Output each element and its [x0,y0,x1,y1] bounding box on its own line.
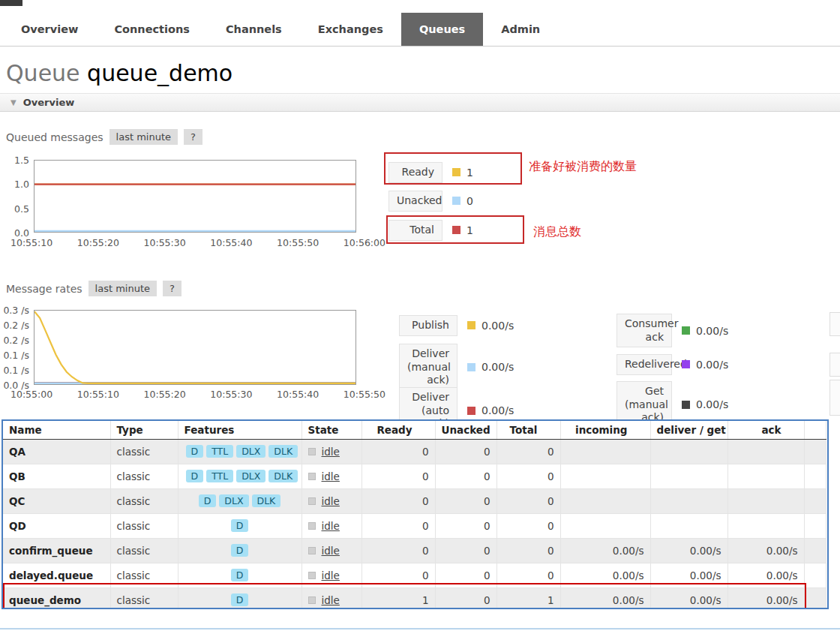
column-header[interactable]: Total [496,421,560,439]
message-rates-window-chip[interactable]: last minute [88,281,157,296]
tab-overview[interactable]: Overview [3,13,96,46]
queue-state: idle [302,538,362,563]
queue-name[interactable]: QC [3,488,110,513]
queued-messages-window-chip[interactable]: last minute [110,129,178,145]
y-tick-label: 0.3 /s [3,305,29,316]
queued-messages-chart [34,160,356,233]
message-rates-chart-lines [34,311,356,384]
queue-name[interactable]: QD [3,513,110,538]
tab-channels[interactable]: Channels [208,13,300,46]
queue-type: classic [110,439,178,464]
column-header[interactable]: ack [728,421,804,439]
state-indicator-icon [308,522,316,530]
rate-incoming: 0.00/s [560,538,650,563]
table-row[interactable]: QDclassicDidle000 [3,513,826,538]
legend-value: 0.00/s [696,359,728,371]
queue-type: classic [110,587,178,609]
feature-badge: TTL [206,445,233,458]
message-rates-help-icon[interactable]: ? [163,281,182,296]
queue-unacked: 0 [435,563,496,587]
state-text: idle [322,569,340,581]
state-text: idle [322,545,340,557]
feature-badge: D [186,445,204,458]
queue-ready: 0 [362,439,435,464]
queue-name[interactable]: QA [3,439,110,464]
column-header[interactable]: Unacked [435,421,496,439]
y-tick-label: 0.5 [14,203,29,214]
legend-value: 0.00/s [482,361,514,373]
legend-row: Publish0.00/s [399,315,514,336]
state-indicator-icon [308,547,316,554]
page-title-prefix: Queue [6,60,80,86]
legend-color-swatch-icon [452,168,460,176]
queue-type: classic [110,563,178,587]
queues-table: NameTypeFeaturesStateReadyUnackedTotalin… [3,421,826,609]
table-row[interactable]: delayed.queueclassicDidle0000.00/s0.00/s… [3,563,826,587]
queue-name[interactable]: delayed.queue [3,563,110,587]
legend-value: 0.00/s [482,320,514,332]
legend-color-swatch-icon [467,321,476,329]
queue-total: 0 [496,488,560,513]
table-row[interactable]: QBclassicDTTLDLXDLKidle000 [3,464,826,488]
tab-admin[interactable]: Admin [483,13,558,46]
queue-type: classic [110,538,178,563]
queue-name[interactable]: confirm_queue [3,538,110,563]
queue-features: DTTLDLXDLK [178,464,302,488]
rate-ack: 0.00/s [728,587,804,609]
queue-ready: 1 [362,587,435,609]
table-row[interactable]: queue_democlassicDidle1010.00/s0.00/s0.0… [3,587,826,609]
x-tick-label: 10:55:10 [77,389,119,400]
state-indicator-icon [308,497,316,505]
legend-color-swatch-icon [452,197,460,205]
tab-queues[interactable]: Queues [401,13,483,46]
feature-badge: DLX [236,445,266,458]
queue-name[interactable]: queue_demo [3,587,110,609]
y-tick-label: 0.2 /s [3,320,29,331]
queue-unacked: 0 [435,538,496,563]
queue-type: classic [110,464,178,488]
y-tick-label: 1.0 [14,179,29,190]
x-tick-label: 10:55:30 [144,237,186,248]
overview-section-header[interactable]: ▼ Overview [0,93,840,112]
feature-badge: D [231,519,249,532]
queued-messages-help-icon[interactable]: ? [184,129,202,145]
legend-row: Consumer ack0.00/s [616,314,728,347]
column-header[interactable]: Ready [362,421,435,439]
legend-value: 0 [466,195,473,207]
column-header[interactable]: deliver / get [650,421,728,439]
column-header[interactable]: incoming [560,421,650,439]
queue-state: idle [302,513,362,538]
x-tick-label: 10:55:00 [10,389,52,400]
column-header[interactable]: Features [178,421,302,439]
state-indicator-icon [308,596,316,604]
table-row[interactable]: QAclassicDTTLDLXDLKidle000 [3,439,826,464]
queue-name[interactable]: QB [3,464,110,488]
queued-messages-title-row: Queued messages last minute ? [6,129,202,145]
x-tick-label: 10:55:50 [344,389,386,400]
rate-deliver-get [650,439,728,464]
message-rates-chart [34,310,356,385]
state-indicator-icon [308,572,316,579]
table-row[interactable]: confirm_queueclassicDidle0000.00/s0.00/s… [3,538,826,563]
queue-state: idle [302,488,362,513]
queue-ready: 0 [362,538,435,563]
legend-label: Redelivered [616,354,672,375]
queue-total: 0 [496,538,560,563]
table-row[interactable]: QCclassicDDLXDLKidle000 [3,488,826,513]
queue-unacked: 0 [435,513,496,538]
page-title-queue-name: queue_demo [87,60,232,86]
queued-messages-chart-lines [34,161,356,232]
column-header[interactable]: Name [3,421,110,439]
rate-deliver-get: 0.00/s [650,587,728,609]
tab-connections[interactable]: Connections [96,13,208,46]
legend-value: 0.00/s [482,404,514,416]
rates-chart-y-axis: 0.3 /s0.2 /s0.2 /s0.1 /s0.1 /s0.0 /s [2,310,29,385]
overview-section-label: Overview [23,97,75,108]
tab-exchanges[interactable]: Exchanges [300,13,401,46]
column-header[interactable]: State [302,421,362,439]
state-indicator-icon [308,473,316,480]
rate-deliver-get [650,464,728,488]
column-header[interactable]: Type [110,421,178,439]
y-tick-label: 0.2 /s [3,335,29,346]
queued-messages-label: Queued messages [6,131,104,143]
